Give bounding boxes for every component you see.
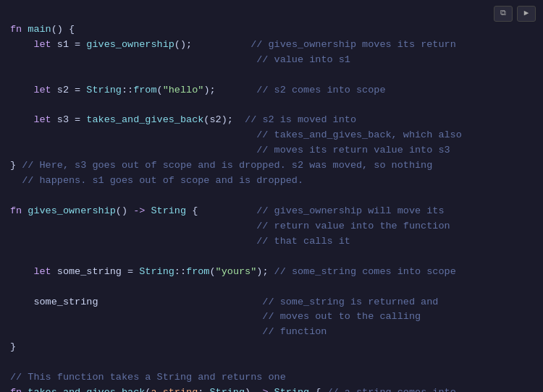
- run-button[interactable]: ▶: [517, 6, 536, 22]
- code-editor: ⧉ ▶ fn main() { let s1 = gives_ownership…: [0, 0, 543, 392]
- code-content: fn main() { let s1 = gives_ownership(); …: [10, 7, 533, 392]
- toolbar[interactable]: ⧉ ▶: [494, 6, 536, 22]
- copy-icon: ⧉: [500, 7, 506, 20]
- copy-button[interactable]: ⧉: [494, 6, 513, 22]
- run-icon: ▶: [524, 7, 529, 20]
